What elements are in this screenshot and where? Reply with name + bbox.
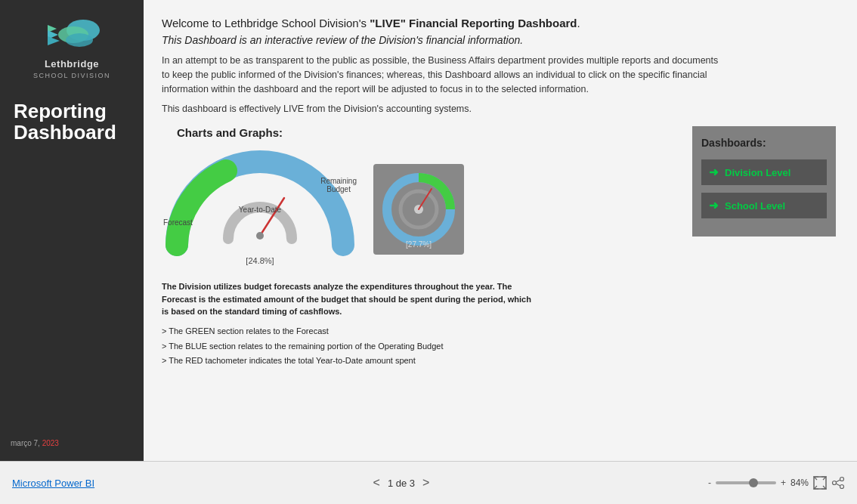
svg-line-17 bbox=[836, 484, 840, 486]
powerbi-link[interactable]: Microsoft Power BI bbox=[12, 478, 94, 489]
page-indicator: 1 de 3 bbox=[388, 478, 415, 489]
welcome-subtitle: This Dashboard is an interactive review … bbox=[162, 34, 836, 46]
zoom-area: - + 84% bbox=[708, 476, 845, 490]
pagination-area: < 1 de 3 > bbox=[373, 476, 430, 490]
page-prev-button[interactable]: < bbox=[373, 476, 380, 490]
sidebar: Lethbridge SCHOOL DIVISION Reporting Das… bbox=[0, 0, 144, 461]
main-content: Welcome to Lethbridge School Division's … bbox=[144, 0, 857, 461]
charts-bullets: > The GREEN section relates to the Forec… bbox=[162, 324, 670, 369]
zoom-plus-button[interactable]: + bbox=[781, 478, 786, 488]
zoom-percent: 84% bbox=[790, 478, 809, 488]
live-bold: "LIVE" Financial Reporting Dashboard bbox=[370, 17, 577, 29]
school-name: Lethbridge bbox=[45, 58, 99, 71]
lethbridge-logo bbox=[42, 14, 102, 55]
zoom-slider-thumb bbox=[749, 478, 758, 487]
dashboards-panel: Dashboards: ➜ Division Level ➜ School Le… bbox=[692, 126, 836, 237]
bullet-1: > The GREEN section relates to the Forec… bbox=[162, 324, 670, 339]
zoom-minus-button[interactable]: - bbox=[708, 478, 711, 488]
zoom-slider[interactable] bbox=[716, 481, 776, 484]
svg-point-13 bbox=[840, 478, 843, 481]
svg-point-15 bbox=[840, 485, 843, 489]
sidebar-date: março 7, 2023 bbox=[11, 439, 59, 447]
welcome-body: In an attempt to be as transparent to th… bbox=[162, 54, 729, 96]
school-sub: SCHOOL DIVISION bbox=[33, 72, 110, 79]
gauge-label-remaining: RemainingBudget bbox=[320, 177, 357, 193]
svg-point-2 bbox=[66, 33, 93, 47]
svg-line-16 bbox=[836, 480, 840, 482]
expand-icon[interactable] bbox=[813, 476, 827, 490]
bottom-bar: Microsoft Power BI < 1 de 3 > - + 84% bbox=[0, 461, 857, 504]
school-level-label: School Level bbox=[725, 200, 785, 212]
arrow-icon-division: ➜ bbox=[709, 165, 719, 179]
welcome-title: Welcome to Lethbridge School Division's … bbox=[162, 17, 836, 29]
bullet-3: > The RED tachometer indicates the total… bbox=[162, 354, 670, 369]
welcome-live: This dashboard is effectively LIVE from … bbox=[162, 104, 836, 114]
main-gauge: Forecast RemainingBudget Year-to-Date [2… bbox=[162, 147, 358, 271]
charts-title: Charts and Graphs: bbox=[177, 126, 670, 139]
page-next-button[interactable]: > bbox=[422, 476, 429, 490]
bullet-2: > The BLUE section relates to the remain… bbox=[162, 339, 670, 354]
small-gauge-percent: [27.7%] bbox=[406, 240, 432, 249]
school-level-button[interactable]: ➜ School Level bbox=[701, 193, 827, 218]
svg-marker-5 bbox=[48, 36, 60, 45]
sidebar-title: Reporting Dashboard bbox=[8, 100, 136, 144]
small-gauge-svg bbox=[377, 168, 460, 251]
charts-description: The Division utilizes budget forecasts a… bbox=[162, 280, 540, 318]
subtitle-italic: interactive review of the Division's fin… bbox=[265, 34, 520, 46]
logo-area: Lethbridge SCHOOL DIVISION bbox=[33, 14, 110, 79]
gauge-label-percent: [24.8%] bbox=[246, 256, 274, 265]
division-level-button[interactable]: ➜ Division Level bbox=[701, 159, 827, 185]
gauge-area: Forecast RemainingBudget Year-to-Date [2… bbox=[162, 147, 670, 271]
small-gauge: [27.7%] bbox=[373, 164, 464, 255]
division-level-label: Division Level bbox=[725, 167, 790, 178]
arrow-icon-school: ➜ bbox=[709, 199, 719, 212]
charts-section: Charts and Graphs: bbox=[162, 126, 836, 369]
dashboards-title: Dashboards: bbox=[701, 137, 827, 149]
charts-left: Charts and Graphs: bbox=[162, 126, 670, 369]
share-icon[interactable] bbox=[831, 476, 845, 490]
svg-point-14 bbox=[832, 481, 836, 485]
svg-point-7 bbox=[256, 232, 264, 240]
gauge-label-forecast: Forecast bbox=[163, 218, 193, 227]
gauge-label-ytd: Year-to-Date bbox=[239, 206, 281, 214]
